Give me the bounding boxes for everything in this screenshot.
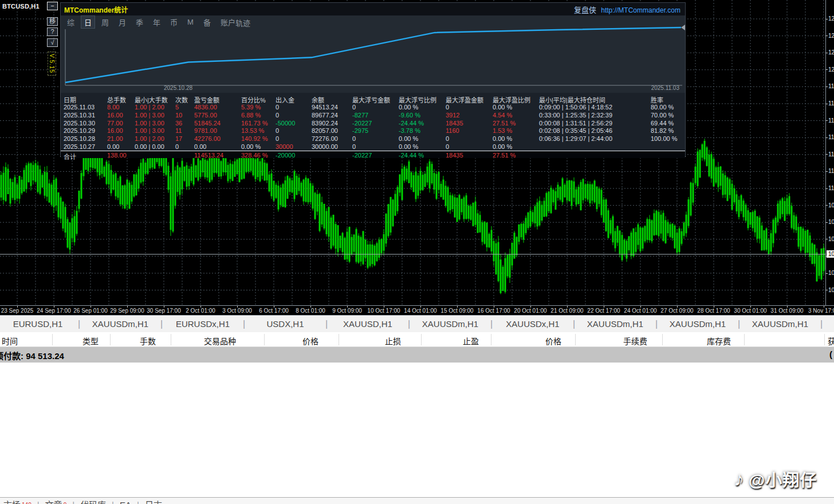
menu-item-备[interactable]: 备	[200, 16, 214, 28]
menu-item-track[interactable]: 轨迹	[233, 17, 253, 29]
price-label: 11	[828, 100, 834, 107]
menu-item-月[interactable]: 月	[116, 16, 129, 28]
table-cell: 89677.24	[312, 112, 338, 119]
chart-tab-USDXH1[interactable]: USDX,H1	[247, 319, 323, 329]
toolbox-tab-EA[interactable]: EA	[120, 499, 131, 504]
table-cell: 16.00	[107, 112, 123, 119]
minimize-panel-button[interactable]: −	[47, 2, 58, 10]
price-tick	[826, 273, 828, 274]
table-cell: 5	[175, 104, 179, 111]
brand-name: 复盘侠	[574, 6, 596, 14]
chart-tab-XAUUSDmH1[interactable]: XAUUSDm,H1	[660, 319, 735, 329]
chart-tab-EURUSDxH1[interactable]: EURUSDx,H1	[165, 319, 241, 329]
douyin-note-icon: ♪	[733, 468, 745, 490]
price-tick	[826, 239, 828, 239]
table-cell: 69.44 %	[651, 120, 674, 127]
chart-tab-XAUUSDmH1[interactable]: XAUUSDm,H1	[412, 319, 488, 329]
total-row-background	[61, 151, 685, 158]
watermark-handle: @小翔仔	[749, 467, 817, 491]
help-button[interactable]: ?	[47, 27, 58, 36]
price-tick	[826, 290, 828, 290]
time-label: 2 Oct 01:00	[186, 308, 215, 314]
trade-col-header: 类型	[82, 335, 99, 346]
table-cell: 0.00 %	[493, 135, 512, 142]
column-separator	[744, 334, 745, 345]
table-cell: 2025.10.29	[64, 127, 95, 134]
time-label: 23 Sep 2025	[1, 308, 34, 314]
price-tick	[826, 86, 828, 87]
trade-col-header: 时间	[2, 335, 18, 346]
confirm-button[interactable]: √	[47, 38, 58, 47]
table-header: 最小|大手数	[135, 95, 168, 104]
price-axis[interactable]: 121212121111111111111110101010101010	[825, 0, 834, 305]
time-label: 22 Oct 17:00	[587, 308, 620, 314]
table-cell: 83902.24	[312, 120, 338, 127]
chart-tab-XAUUSDmH1[interactable]: XAUUSDm,H1	[577, 319, 653, 329]
table-cell: 0.00 | 0.00	[135, 143, 164, 150]
table-header: 最大浮亏比例	[399, 95, 436, 104]
toolbox-tab-文章[interactable]: 文章9	[45, 499, 67, 504]
table-cell: 1.00 | 3.00	[135, 120, 164, 127]
mtcommander-panel: MTCommander统计 复盘侠 http://MTCommander.com…	[60, 2, 686, 157]
menu-item-日[interactable]: 日	[81, 16, 95, 28]
table-cell: 0.00 %	[399, 104, 418, 111]
chart-tab-XAUUS[interactable]: XAUUS	[825, 319, 834, 329]
table-cell: 1.00 | 3.00	[135, 112, 164, 119]
table-cell: -2975	[352, 127, 368, 134]
total-row-cell: -20227	[352, 152, 372, 159]
table-cell: 72276.00	[312, 135, 338, 142]
chart-tab-XAUUSDH1[interactable]: XAUUSD,H1	[330, 319, 406, 329]
menu-item-周[interactable]: 周	[99, 16, 112, 28]
panel-period-menu: 综日周月季年币M备账户	[64, 17, 242, 27]
chart-tab-XAUUSDxH1[interactable]: XAUUSDx,H1	[495, 319, 571, 329]
column-separator	[171, 334, 171, 345]
table-header: 最小|平均|最大持仓时间	[539, 95, 605, 104]
chart-tab-XAUUSDmH1[interactable]: XAUUSDm,H1	[82, 319, 158, 329]
toolbox-tab-代码库[interactable]: 代码库	[80, 499, 106, 504]
table-cell: 0.00	[194, 143, 206, 150]
price-label: 10	[828, 219, 834, 225]
total-row-cell: -24.44 %	[399, 152, 424, 159]
time-axis[interactable]: 23 Sep 202524 Sep 17:0026 Sep 01:0029 Se…	[0, 305, 834, 315]
panel-brand: 复盘侠 http://MTCommander.com	[574, 4, 680, 15]
time-label: 3 Nov 17:00	[808, 308, 834, 314]
watermark: ♪ @小翔仔	[734, 467, 817, 491]
menu-item-M[interactable]: M	[184, 17, 196, 27]
table-header: 最大浮亏金额	[352, 95, 390, 104]
table-cell: 0	[276, 135, 279, 142]
time-label: 26 Sep 01:00	[73, 308, 108, 314]
mini-chart-date-right: 2025.11.03	[651, 85, 679, 91]
menu-item-综[interactable]: 综	[64, 16, 77, 28]
collapse-arrow-icon[interactable]	[678, 25, 685, 30]
tab-separator: |	[653, 319, 660, 329]
time-label: 6 Oct 17:00	[259, 308, 289, 314]
margin-status-text: 预付款: 94 513.24	[0, 349, 64, 361]
trade-col-header: 止损	[385, 335, 401, 346]
table-cell: 6.88 %	[241, 112, 261, 119]
price-label: 11	[828, 117, 834, 124]
move-panel-button[interactable]: 移	[47, 17, 58, 26]
tab-separator: |	[406, 319, 412, 329]
table-cell: 0	[276, 112, 279, 119]
table-header: 盈亏金额	[194, 95, 219, 104]
table-header: 次数	[175, 95, 188, 104]
column-separator	[421, 334, 422, 345]
table-cell: -8277	[352, 112, 368, 119]
trade-col-header: 交易品种	[204, 335, 236, 346]
brand-url-link[interactable]: http://MTCommander.com	[601, 6, 680, 14]
toolbox-tab-日志[interactable]: 日志	[145, 499, 162, 504]
trade-col-header: 手数	[140, 335, 156, 346]
panel-titlebar[interactable]: MTCommander统计 复盘侠 http://MTCommander.com	[61, 3, 685, 15]
price-tick	[826, 104, 828, 104]
chart-tab-XAUUSDmH1[interactable]: XAUUSDm,H1	[742, 319, 818, 329]
panel-title: MTCommander统计	[64, 5, 128, 14]
tab-separator: |	[323, 319, 330, 329]
menu-item-年[interactable]: 年	[150, 16, 163, 28]
table-cell: 30000	[276, 143, 293, 150]
menu-item-季[interactable]: 季	[133, 16, 146, 28]
toolbox-tab-市场[interactable]: 市场140	[3, 499, 32, 504]
chart-tab-EURUSDH1[interactable]: EURUSD,H1	[0, 319, 76, 329]
menu-item-币[interactable]: 币	[167, 16, 180, 28]
total-row-cell: -20000	[276, 152, 295, 159]
price-label: 10	[828, 287, 834, 293]
